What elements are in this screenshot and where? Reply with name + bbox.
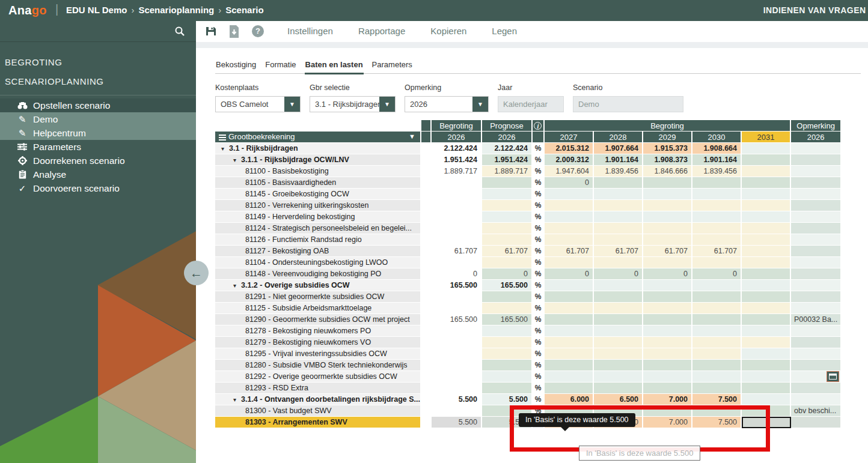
cell-2031[interactable] xyxy=(742,303,791,314)
cell-opmerking[interactable] xyxy=(791,234,842,246)
cell-2029[interactable] xyxy=(643,257,692,268)
menu-item-kopieren[interactable]: Kopieren xyxy=(430,26,466,36)
cell-prognose-2026[interactable] xyxy=(482,211,533,223)
cell-2029[interactable] xyxy=(643,303,692,314)
cell-2031[interactable] xyxy=(742,417,791,428)
cell-2029[interactable] xyxy=(643,280,692,291)
cell-2030[interactable]: 7.500 xyxy=(692,417,742,428)
percent-toggle[interactable]: % xyxy=(533,166,545,177)
cell-opmerking[interactable] xyxy=(791,280,842,291)
cell-2027[interactable] xyxy=(545,234,594,246)
cell-2028[interactable] xyxy=(594,383,643,394)
cell-2027[interactable] xyxy=(545,200,594,211)
search-icon[interactable] xyxy=(174,26,185,37)
cell-2028[interactable] xyxy=(594,325,643,337)
cell-2030[interactable] xyxy=(692,280,742,291)
cell-2028[interactable]: 61.707 xyxy=(594,246,643,257)
cell-opmerking[interactable] xyxy=(791,383,842,394)
cell-begroting-2026[interactable]: 165.500 xyxy=(432,314,482,325)
cell-2028[interactable] xyxy=(594,211,643,223)
cell-2031[interactable] xyxy=(742,383,791,394)
row-name-cell[interactable]: 81105 - Basisvaardigheden xyxy=(215,177,421,189)
percent-toggle[interactable]: % xyxy=(533,154,545,166)
cell-2028[interactable] xyxy=(594,223,643,234)
cell-2028[interactable] xyxy=(594,405,643,417)
cell-prognose-2026[interactable] xyxy=(482,337,533,348)
cell-begroting-2026[interactable] xyxy=(432,325,482,337)
menu-item-legen[interactable]: Legen xyxy=(492,26,517,36)
cell-2030[interactable]: 1.839.456 xyxy=(692,166,742,177)
cell-2031[interactable] xyxy=(742,348,791,360)
cell-2031[interactable] xyxy=(742,280,791,291)
row-name-cell[interactable]: 81278 - Bekostiging nieuwkomers PO xyxy=(215,325,421,337)
cell-2029[interactable]: 1.915.373 xyxy=(643,143,692,154)
cell-2030[interactable] xyxy=(692,348,742,360)
cell-begroting-2026[interactable] xyxy=(432,211,482,223)
cell-prognose-2026[interactable] xyxy=(482,348,533,360)
row-name-cell[interactable]: ▾3.1.2 - Overige subsidies OCW xyxy=(215,280,421,291)
row-name-cell[interactable]: 81148 - Vereenvoudiging bekostiging PO xyxy=(215,268,421,280)
cell-prognose-2026[interactable]: 61.707 xyxy=(482,246,533,257)
cell-opmerking[interactable] xyxy=(791,223,842,234)
cell-prognose-2026[interactable] xyxy=(482,189,533,200)
cell-begroting-2026[interactable]: 5.500 xyxy=(432,417,482,428)
cell-opmerking[interactable] xyxy=(791,257,842,268)
cell-2028[interactable] xyxy=(594,189,643,200)
cell-2027[interactable] xyxy=(545,337,594,348)
cell-2027[interactable]: 0 xyxy=(545,268,594,280)
percent-toggle[interactable]: % xyxy=(533,325,545,337)
percent-toggle[interactable]: % xyxy=(533,314,545,325)
cell-begroting-2026[interactable] xyxy=(432,234,482,246)
cell-2030[interactable] xyxy=(692,291,742,303)
open-window-icon[interactable] xyxy=(827,371,839,382)
cell-2028[interactable] xyxy=(594,314,643,325)
cell-begroting-2026[interactable]: 61.707 xyxy=(432,246,482,257)
row-name-cell[interactable]: 81279 - Bekostiging nieuwkomers VO xyxy=(215,337,421,348)
dropdown-button[interactable]: ▼ xyxy=(379,97,395,112)
cell-2028[interactable] xyxy=(594,280,643,291)
cell-2030[interactable] xyxy=(692,257,742,268)
sidebar-item-opstellen-scenario[interactable]: Opstellen scenario xyxy=(0,98,196,112)
cell-2027[interactable] xyxy=(545,383,594,394)
cell-prognose-2026[interactable] xyxy=(482,383,533,394)
cell-2030[interactable] xyxy=(692,177,742,189)
cell-prognose-2026[interactable] xyxy=(482,200,533,211)
cell-2027[interactable] xyxy=(545,291,594,303)
caret-down-icon[interactable]: ▾ xyxy=(233,157,241,163)
filter-field[interactable]: 2026▼ xyxy=(405,96,489,112)
cell-2027[interactable] xyxy=(545,189,594,200)
cell-begroting-2026[interactable] xyxy=(432,360,482,371)
cell-2029[interactable] xyxy=(643,348,692,360)
cell-opmerking[interactable] xyxy=(791,325,842,337)
cell-begroting-2026[interactable] xyxy=(432,371,482,383)
cell-opmerking[interactable] xyxy=(791,143,842,154)
percent-toggle[interactable]: % xyxy=(533,234,545,246)
cell-2030[interactable]: 61.707 xyxy=(692,246,742,257)
cell-2029[interactable]: 61.707 xyxy=(643,246,692,257)
cell-2030[interactable] xyxy=(692,189,742,200)
cell-2031[interactable] xyxy=(742,246,791,257)
cell-2027[interactable]: 0 xyxy=(545,177,594,189)
cell-2028[interactable] xyxy=(594,371,643,383)
cell-2028[interactable] xyxy=(594,200,643,211)
percent-toggle[interactable]: % xyxy=(533,303,545,314)
cell-begroting-2026[interactable]: 2.122.424 xyxy=(432,143,482,154)
percent-toggle[interactable]: % xyxy=(533,394,545,405)
cell-2030[interactable]: 7.500 xyxy=(692,394,742,405)
caret-down-icon[interactable]: ▾ xyxy=(233,282,241,289)
row-name-cell[interactable]: 81104 - Ondersteuningsbekostiging LWOO xyxy=(215,257,421,268)
cell-begroting-2026[interactable]: 1.951.424 xyxy=(432,154,482,166)
sidebar-item-doorrekenen-scenario[interactable]: Doorrekenen scenario xyxy=(0,154,196,168)
cell-begroting-2026[interactable] xyxy=(432,348,482,360)
cell-prognose-2026[interactable] xyxy=(482,223,533,234)
cell-opmerking[interactable] xyxy=(791,268,842,280)
cell-2031[interactable] xyxy=(742,314,791,325)
column-grootboekrekening[interactable]: Grootboekrekening ▼ xyxy=(215,132,421,143)
percent-toggle[interactable]: % xyxy=(533,348,545,360)
cell-2028[interactable] xyxy=(594,257,643,268)
sidebar-item-parameters[interactable]: Parameters xyxy=(0,140,196,154)
cell-opmerking[interactable] xyxy=(791,337,842,348)
percent-toggle[interactable]: % xyxy=(533,417,545,428)
cell-prognose-2026[interactable] xyxy=(482,291,533,303)
cell-2030[interactable] xyxy=(692,405,742,417)
